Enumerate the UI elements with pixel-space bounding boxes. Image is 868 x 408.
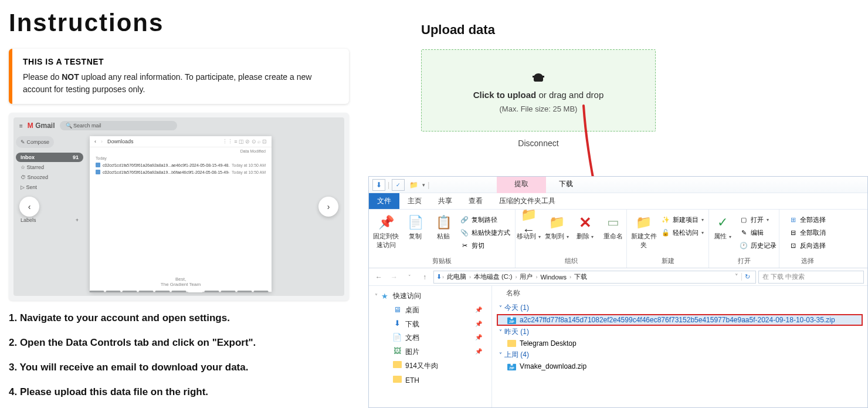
upload-dropzone[interactable]: Click to upload or drag and drop (Max. F… <box>421 49 656 131</box>
section-today[interactable]: ˅今天 (1) <box>497 302 863 314</box>
ribbon-tabs: 文件 主页 共享 查看 压缩的文件夹工具 <box>369 193 867 210</box>
pin-icon: 📌 <box>475 348 482 355</box>
gmail-topbar: ≡ M Gmail 🔍 Search mail <box>13 117 344 134</box>
crumb-downloads[interactable]: 下载 <box>572 272 589 281</box>
invert-button[interactable]: ⊡反向选择 <box>788 240 827 251</box>
warning-text: Please do NOT upload any real informatio… <box>23 71 338 96</box>
paste-shortcut-button[interactable]: 📎粘贴快捷方式 <box>459 227 511 238</box>
paste-icon: 📋 <box>435 214 452 231</box>
pin-icon: 📌 <box>475 321 482 327</box>
documents-item[interactable]: 📄文档📌 <box>369 331 491 345</box>
properties-button[interactable]: ✓ 属性 ▾ <box>710 212 735 241</box>
path-icon: 🔗 <box>460 216 469 224</box>
nav-up[interactable]: ↑ <box>418 271 431 284</box>
new-item-icon: ✨ <box>662 216 670 224</box>
new-item-button[interactable]: ✨新建项目 ▾ <box>660 214 705 225</box>
rename-button[interactable]: ▭ 重命名 <box>601 212 626 241</box>
warning-bold: NOT <box>62 72 79 82</box>
quick-access-toolbar: ⬇ | ✓ 📁 ▾ | <box>369 177 867 193</box>
document-icon: 📄 <box>392 332 402 342</box>
dropdown-icon[interactable]: ˅ <box>732 273 741 281</box>
copy-to-button[interactable]: 📁 复制到 ▾ <box>545 212 569 241</box>
pictures-item[interactable]: 🖼图片📌 <box>369 345 491 359</box>
file-name: c02ccf1cd1fa576f3f61a26a92a8a19...ae46c9… <box>103 163 229 167</box>
desktop-item[interactable]: 🖥桌面📌 <box>369 303 491 317</box>
select-all-button[interactable]: ⊞全部选择 <box>788 214 827 225</box>
file-list: 名称 ˅今天 (1) ZIP a2c247ffd77f8a145d71082ef… <box>492 286 867 407</box>
folder-eth[interactable]: ETH <box>369 373 491 386</box>
downloads-item[interactable]: ⬇下载📌 <box>369 317 491 331</box>
checkbox-icon[interactable]: ✓ <box>392 179 405 191</box>
folder-914[interactable]: 914又牛肉 <box>369 358 491 373</box>
extract-tab[interactable]: 提取 <box>497 177 546 193</box>
carousel-image: ≡ M Gmail 🔍 Search mail ✎ Compose Inbox9… <box>13 117 344 296</box>
file-vmake[interactable]: ZIP Vmake_download.zip <box>497 361 863 372</box>
crumb-pc[interactable]: 此电脑 <box>445 272 469 281</box>
pin-button[interactable]: 📌 固定到快速访问 <box>372 212 399 249</box>
nav-dropdown[interactable]: ˅ <box>403 271 416 284</box>
crumb-disk[interactable]: 本地磁盘 (C:) <box>472 272 514 281</box>
svg-rect-1 <box>511 316 513 319</box>
nav-fwd[interactable]: → <box>388 271 401 284</box>
section-yesterday[interactable]: ˅昨天 (1) <box>497 326 863 338</box>
folder-icon <box>392 375 402 384</box>
view-tab[interactable]: 查看 <box>460 193 491 209</box>
screenshot-carousel: ≡ M Gmail 🔍 Search mail ✎ Compose Inbox9… <box>9 113 349 301</box>
carousel-prev-button[interactable]: ‹ <box>19 197 39 217</box>
star-icon: ★ <box>380 292 389 301</box>
group-label: 组织 <box>565 255 578 267</box>
group-label: 新建 <box>662 255 674 267</box>
gmail-logo: M Gmail <box>28 122 55 130</box>
selected-zip-file[interactable]: ZIP a2c247ffd77f8a145d71082ef2e4599c4f46… <box>497 314 863 326</box>
quick-access-item[interactable]: ˅★快速访问 <box>369 289 491 303</box>
svg-text:ZIP: ZIP <box>509 320 514 323</box>
crumb-user[interactable]: 用户 <box>517 272 535 281</box>
file-row-1: c02ccf1cd1fa576f3f61a26a92a8a19...ae46c9… <box>90 161 272 168</box>
carousel-dots <box>90 291 269 292</box>
nav-back[interactable]: ← <box>372 271 385 284</box>
search-box[interactable]: 在 下载 中搜索 <box>758 271 864 284</box>
folder-icon[interactable]: 📁 <box>407 179 420 191</box>
warning-title: THIS IS A TESTNET <box>23 57 338 66</box>
refresh-icon[interactable]: ↻ <box>741 273 753 281</box>
disconnect-link[interactable]: Disconnect <box>421 139 656 148</box>
crumb-windows[interactable]: Windows <box>538 274 569 281</box>
folder-telegram[interactable]: Telegram Desktop <box>497 338 863 349</box>
downloads-tab[interactable]: 下载 <box>546 177 586 193</box>
down-arrow-icon[interactable]: ⬇ <box>372 179 385 191</box>
file-tab[interactable]: 文件 <box>369 193 399 209</box>
carousel-next-button[interactable]: › <box>318 197 338 217</box>
move-icon: 📁← <box>521 214 537 231</box>
share-tab[interactable]: 共享 <box>430 193 460 209</box>
file-row-2: c02ccf1cd1fa576f3f61a26a92a8a19...b6fae4… <box>90 168 272 176</box>
easy-access-button[interactable]: 🔓轻松访问 ▾ <box>660 227 705 238</box>
delete-button[interactable]: ✕ 删除 ▾ <box>573 212 598 241</box>
paste-button[interactable]: 📋 粘贴 <box>431 212 456 241</box>
testnet-warning: THIS IS A TESTNET Please do NOT upload a… <box>9 49 349 104</box>
step-1: 1. Navigate to your account and open set… <box>9 312 349 324</box>
open-button[interactable]: ▢打开 ▾ <box>738 214 778 225</box>
check-icon: ✓ <box>714 214 731 231</box>
step-3: 3. You will receive an email to download… <box>9 362 349 373</box>
move-to-button[interactable]: 📁← 移动到 ▾ <box>517 212 541 241</box>
copy-path-button[interactable]: 🔗复制路径 <box>459 214 511 225</box>
group-label: 剪贴板 <box>432 255 452 267</box>
breadcrumb[interactable]: ⬇ › 此电脑› 本地磁盘 (C:)› 用户› Windows› 下载 ˅ ↻ <box>433 271 756 284</box>
shortcut-icon: 📎 <box>460 229 469 237</box>
name-column[interactable]: 名称 <box>497 287 863 302</box>
database-icon <box>433 73 643 90</box>
section-lastweek[interactable]: ˅上周 (4) <box>497 349 863 361</box>
upload-section: Upload data Click to upload or drag and … <box>421 22 656 148</box>
compressed-tools-tab[interactable]: 压缩的文件夹工具 <box>491 193 564 209</box>
home-tab[interactable]: 主页 <box>399 193 430 209</box>
history-button[interactable]: 🕐历史记录 <box>738 240 778 251</box>
copy-button[interactable]: 📄 复制 <box>403 212 428 241</box>
new-folder-button[interactable]: 📁 新建文件夹 <box>630 212 657 249</box>
select-none-button[interactable]: ⊟全部取消 <box>788 227 827 238</box>
edit-button[interactable]: ✎编辑 <box>738 227 778 238</box>
cut-button[interactable]: ✂剪切 <box>459 240 511 251</box>
warning-pre: Please do <box>23 72 62 82</box>
open-group: ✓ 属性 ▾ ▢打开 ▾ ✎编辑 🕐历史记录 打开 <box>709 210 779 268</box>
qb-overflow-icon[interactable]: ▾ <box>422 182 425 188</box>
file-name: c02ccf1cd1fa576f3f61a26a92a8a19...b6fae4… <box>103 170 229 174</box>
